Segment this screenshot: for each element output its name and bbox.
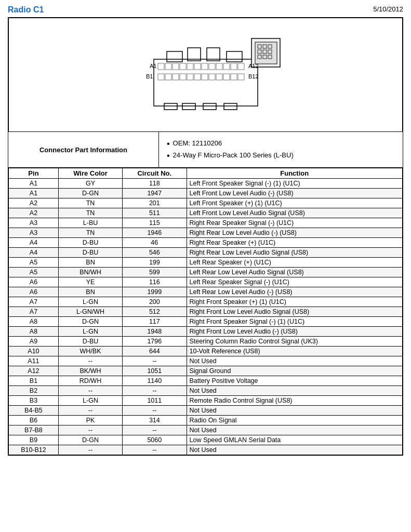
table-header-row: Pin Wire Color Circuit No. Function: [9, 168, 403, 179]
table-row: A11----Not Used: [9, 356, 403, 366]
function-cell: Battery Positive Voltage: [187, 376, 403, 386]
wire-color-cell: D-BU: [58, 337, 122, 347]
table-row: A7L-GN200Right Front Speaker (+) (1) (U1…: [9, 297, 403, 307]
pin-cell: A7: [9, 297, 59, 307]
circuit-cell: --: [123, 445, 187, 455]
table-row: A4D-BU46Right Rear Speaker (+) (U1C): [9, 238, 403, 248]
svg-rect-30: [173, 74, 179, 80]
circuit-cell: 201: [123, 198, 187, 208]
table-row: B4-B5----Not Used: [9, 406, 403, 416]
circuit-cell: --: [123, 356, 187, 366]
function-cell: Right Front Low Level Audio Signal (US8): [187, 307, 403, 317]
wire-color-cell: YE: [58, 277, 122, 287]
connector-diagram: A1 A12 B1 B12: [9, 18, 402, 131]
wire-color-cell: BK/WH: [58, 366, 122, 376]
wire-color-cell: BN: [58, 287, 122, 297]
pin-cell: B9: [9, 435, 59, 445]
wire-color-cell: D-GN: [58, 189, 122, 198]
function-cell: Right Front Speaker (+) (1) (U1C): [187, 297, 403, 307]
pin-cell: A2: [9, 198, 59, 208]
wire-color-cell: L-GN: [58, 327, 122, 337]
wire-color-cell: BN: [58, 258, 122, 268]
svg-rect-24: [216, 63, 222, 70]
table-row: A7L-GN/WH512Right Front Low Level Audio …: [9, 307, 403, 317]
circuit-cell: 1947: [123, 189, 187, 198]
svg-rect-27: [238, 63, 244, 70]
circuit-cell: 599: [123, 268, 187, 277]
page-date: 5/10/2012: [373, 5, 403, 13]
svg-text:B1: B1: [146, 73, 153, 79]
table-row: B7-B8----Not Used: [9, 425, 403, 435]
table-row: B1RD/WH1140Battery Positive Voltage: [9, 376, 403, 386]
table-row: B10-B12----Not Used: [9, 445, 403, 455]
circuit-cell: 1051: [123, 366, 187, 376]
circuit-cell: 511: [123, 208, 187, 218]
pin-cell: A4: [9, 238, 59, 248]
table-row: B2----Not Used: [9, 386, 403, 396]
table-row: A3L-BU115Right Rear Speaker Signal (-) (…: [9, 218, 403, 228]
function-cell: Not Used: [187, 425, 403, 435]
svg-rect-33: [194, 74, 201, 80]
svg-rect-0: [154, 59, 258, 106]
function-cell: Left Rear Speaker Signal (-) (U1C): [187, 277, 403, 287]
circuit-cell: 1011: [123, 396, 187, 406]
circuit-cell: 512: [123, 307, 187, 317]
svg-text:A1: A1: [150, 63, 156, 69]
function-cell: 10-Volt Reference (US8): [187, 347, 403, 356]
circuit-cell: 1140: [123, 376, 187, 386]
col-pin: Pin: [9, 168, 59, 179]
table-row: A8L-GN1948Right Front Low Level Audio (-…: [9, 327, 403, 337]
table-row: A10WH/BK64410-Volt Reference (US8): [9, 347, 403, 356]
wire-color-cell: --: [58, 356, 122, 366]
svg-rect-22: [202, 63, 208, 70]
header: Radio C1 5/10/2012: [8, 5, 403, 15]
svg-text:A12: A12: [248, 63, 259, 69]
circuit-cell: --: [123, 386, 187, 396]
table-row: A4D-BU546Right Rear Low Level Audio Sign…: [9, 248, 403, 258]
svg-rect-43: [224, 103, 237, 110]
table-row: A3TN1946Right Rear Low Level Audio (-) (…: [9, 228, 403, 238]
svg-rect-19: [180, 63, 186, 70]
circuit-cell: 1999: [123, 287, 187, 297]
table-row: A5BN/WH599Left Rear Low Level Audio Sign…: [9, 268, 403, 277]
svg-rect-25: [223, 63, 230, 70]
table-row: A9D-BU1796Steering Column Radio Control …: [9, 337, 403, 347]
wire-color-cell: RD/WH: [58, 376, 122, 386]
pin-cell: A3: [9, 228, 59, 238]
wire-color-cell: --: [58, 425, 122, 435]
wire-color-cell: PK: [58, 416, 122, 425]
pin-cell: A12: [9, 366, 59, 376]
wire-color-cell: TN: [58, 198, 122, 208]
pin-cell: B10-B12: [9, 445, 59, 455]
bullet-icon-2: •: [167, 152, 170, 160]
wire-color-cell: D-GN: [58, 317, 122, 327]
function-cell: Left Front Speaker Signal (-) (1) (U1C): [187, 179, 403, 189]
table-row: A6BN1999Left Rear Low Level Audio (-) (U…: [9, 287, 403, 297]
wire-color-cell: L-BU: [58, 218, 122, 228]
function-cell: Right Front Speaker Signal (-) (1) (U1C): [187, 317, 403, 327]
svg-rect-26: [231, 63, 237, 70]
function-cell: Left Rear Low Level Audio Signal (US8): [187, 268, 403, 277]
pin-cell: A1: [9, 189, 59, 198]
function-cell: Not Used: [187, 356, 403, 366]
connector-part-info-label: Connector Part Information: [8, 132, 159, 167]
svg-rect-29: [165, 74, 171, 80]
function-cell: Low Speed GMLAN Serial Data: [187, 435, 403, 445]
wire-color-cell: TN: [58, 228, 122, 238]
function-cell: Radio On Signal: [187, 416, 403, 425]
wire-color-cell: L-GN: [58, 396, 122, 406]
pin-cell: A3: [9, 218, 59, 228]
svg-rect-4: [227, 51, 242, 62]
svg-rect-18: [173, 63, 179, 70]
wire-color-cell: --: [58, 445, 122, 455]
col-circuit-no: Circuit No.: [123, 168, 187, 179]
svg-rect-28: [158, 74, 164, 80]
pin-cell: B6: [9, 416, 59, 425]
svg-rect-37: [223, 74, 230, 80]
function-cell: Right Rear Speaker Signal (-) (U1C): [187, 218, 403, 228]
pin-cell: A7: [9, 307, 59, 317]
pin-cell: B7-B8: [9, 425, 59, 435]
circuit-cell: 117: [123, 317, 187, 327]
svg-rect-31: [180, 74, 186, 80]
table-row: B6PK314Radio On Signal: [9, 416, 403, 425]
